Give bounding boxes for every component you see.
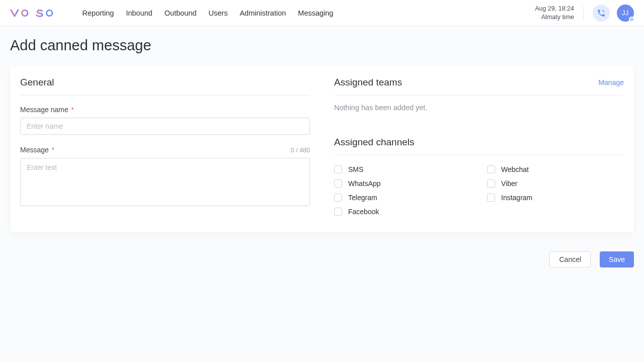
nav-administration[interactable]: Administration <box>239 9 286 17</box>
phone-icon <box>597 9 606 18</box>
presence-indicator <box>629 17 634 22</box>
dialer-button[interactable] <box>593 5 610 22</box>
channel-label: SMS <box>348 165 363 173</box>
cancel-button[interactable]: Cancel <box>549 251 591 267</box>
teams-section-head: Assigned teams Manage <box>334 77 624 96</box>
teams-empty-text: Nothing has been added yet. <box>334 104 624 112</box>
manage-teams-link[interactable]: Manage <box>598 78 624 86</box>
page-title: Add canned message <box>10 37 634 54</box>
svg-point-2 <box>46 10 52 16</box>
channel-label: Facebook <box>348 208 379 216</box>
checkbox[interactable] <box>487 165 495 173</box>
message-name-input[interactable] <box>20 118 310 135</box>
checkbox[interactable] <box>487 179 495 188</box>
channel-facebook[interactable]: Facebook <box>334 208 471 216</box>
header-separator <box>583 6 584 20</box>
datetime-line1: Aug 29, 18:24 <box>535 5 574 13</box>
channels-section-head: Assigned channels <box>334 137 624 155</box>
checkbox[interactable] <box>334 179 342 188</box>
nav-outbound[interactable]: Outbound <box>165 9 197 17</box>
nav-users[interactable]: Users <box>209 9 228 17</box>
checkbox[interactable] <box>487 194 495 202</box>
channel-label: WhatsApp <box>348 179 381 188</box>
logo[interactable] <box>10 9 68 17</box>
teams-section-title: Assigned teams <box>334 77 402 88</box>
datetime: Aug 29, 18:24 Almaty time <box>535 5 574 22</box>
required-asterisk: * <box>69 106 74 114</box>
svg-point-0 <box>22 10 28 16</box>
message-name-label: Message name * <box>20 106 74 114</box>
channel-instagram[interactable]: Instagram <box>487 194 624 202</box>
channels-list: SMS WhatsApp Telegram Facebook <box>334 165 624 216</box>
channels-section-title: Assigned channels <box>334 137 415 148</box>
channels-col-left: SMS WhatsApp Telegram Facebook <box>334 165 471 216</box>
channel-viber[interactable]: Viber <box>487 179 624 188</box>
general-section-head: General <box>20 77 310 96</box>
form-card: General Message name * Message * 0 / 480 <box>10 66 634 232</box>
message-body-input[interactable] <box>20 158 310 206</box>
nav-inbound[interactable]: Inbound <box>126 9 152 17</box>
page: Add canned message General Message name … <box>0 26 644 267</box>
message-body-label: Message * <box>20 146 54 154</box>
channel-webchat[interactable]: Webchat <box>487 165 624 173</box>
avatar-wrap: JJ <box>617 5 634 22</box>
channel-label: Webchat <box>501 165 529 173</box>
message-name-label-text: Message name <box>20 106 68 114</box>
general-section: General Message name * Message * 0 / 480 <box>20 77 310 219</box>
checkbox[interactable] <box>334 165 342 173</box>
message-name-field: Message name * <box>20 106 310 135</box>
nav-reporting[interactable]: Reporting <box>83 9 114 17</box>
channel-telegram[interactable]: Telegram <box>334 194 471 202</box>
checkbox[interactable] <box>334 194 342 202</box>
message-char-counter: 0 / 480 <box>291 147 310 154</box>
main-nav: Reporting Inbound Outbound Users Adminis… <box>83 9 334 17</box>
checkbox[interactable] <box>334 208 342 216</box>
app-header: Reporting Inbound Outbound Users Adminis… <box>0 0 644 26</box>
channel-label: Instagram <box>501 194 532 202</box>
nav-messaging[interactable]: Messaging <box>298 9 333 17</box>
form-footer: Cancel Save <box>10 232 634 267</box>
voiso-logo-icon <box>10 9 68 17</box>
channels-col-right: Webchat Viber Instagram <box>487 165 624 216</box>
required-asterisk: * <box>50 146 54 154</box>
message-body-label-text: Message <box>20 146 49 154</box>
message-body-field: Message * 0 / 480 <box>20 146 310 208</box>
datetime-line2: Almaty time <box>535 13 574 22</box>
right-column: Assigned teams Manage Nothing has been a… <box>334 77 624 219</box>
channel-sms[interactable]: SMS <box>334 165 471 173</box>
general-section-title: General <box>20 77 54 88</box>
channel-whatsapp[interactable]: WhatsApp <box>334 179 471 188</box>
save-button[interactable]: Save <box>600 251 634 267</box>
channel-label: Telegram <box>348 194 377 202</box>
channel-label: Viber <box>501 179 517 188</box>
header-right: Aug 29, 18:24 Almaty time JJ <box>535 5 634 22</box>
